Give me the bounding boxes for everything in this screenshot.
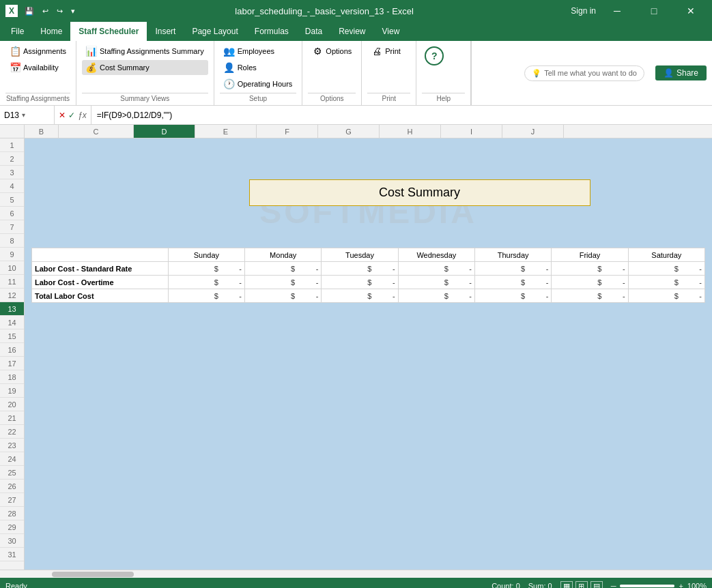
row-6[interactable]: 6 [0, 207, 24, 220]
row-7[interactable]: 7 [0, 220, 24, 234]
col-header-h[interactable]: H [380, 125, 441, 138]
col-header-i[interactable]: I [441, 125, 502, 138]
cell-total-friday[interactable]: $ - [552, 289, 628, 303]
col-header-g[interactable]: G [318, 125, 380, 138]
cell-overtime-tuesday[interactable]: $ - [322, 276, 398, 289]
cell-total-saturday[interactable]: $ - [628, 289, 704, 303]
scrollbar-thumb[interactable] [52, 572, 134, 577]
row-30[interactable]: 30 [0, 534, 24, 548]
col-header-c[interactable]: C [59, 125, 134, 138]
row-11[interactable]: 11 [0, 275, 24, 289]
row-26[interactable]: 26 [0, 480, 24, 493]
row-21[interactable]: 21 [0, 411, 24, 425]
cell-standard-saturday[interactable]: $ - [628, 262, 704, 276]
cell-standard-tuesday[interactable]: $ - [322, 262, 398, 276]
row-22[interactable]: 22 [0, 425, 24, 439]
cell-standard-friday[interactable]: $ - [552, 262, 628, 276]
tab-page-layout[interactable]: Page Layout [184, 22, 246, 41]
cell-overtime-sunday[interactable]: $ - [168, 276, 244, 289]
row-10[interactable]: 10 [0, 261, 24, 275]
row-18[interactable]: 18 [0, 370, 24, 384]
cell-total-monday[interactable]: $ - [245, 289, 322, 303]
row-13[interactable]: 13 [0, 302, 24, 316]
col-header-j[interactable]: J [502, 125, 564, 138]
help-button[interactable]: ? [425, 46, 444, 65]
tab-staff-scheduler[interactable]: Staff Scheduler [70, 22, 147, 41]
zoom-level[interactable]: 100% [687, 582, 707, 588]
availability-button[interactable]: 📅 Availability [5, 60, 70, 75]
row-12[interactable]: 12 [0, 289, 24, 302]
cell-total-wednesday[interactable]: $ - [398, 289, 474, 303]
tell-me-button[interactable]: 💡 Tell me what you want to do [524, 65, 644, 81]
tab-insert[interactable]: Insert [147, 22, 184, 41]
cell-standard-wednesday[interactable]: $ - [398, 262, 474, 276]
undo-button[interactable]: ↩ [40, 5, 51, 17]
cell-total-thursday[interactable]: $ - [475, 289, 552, 303]
cost-summary-button[interactable]: 💰 Cost Summary [82, 60, 208, 75]
cancel-formula-icon[interactable]: ✕ [59, 111, 66, 120]
row-3[interactable]: 3 [0, 166, 24, 179]
zoom-in-button[interactable]: + [679, 582, 683, 588]
cell-standard-thursday[interactable]: $ - [475, 262, 552, 276]
normal-view-icon[interactable]: ▦ [560, 581, 573, 588]
formula-input[interactable]: =IF(D9>0,D12/D9,"") [91, 111, 712, 120]
insert-function-icon[interactable]: ƒx [78, 111, 87, 120]
row-23[interactable]: 23 [0, 439, 24, 452]
assignments-button[interactable]: 📋 Assignments [5, 44, 70, 59]
horizontal-scrollbar[interactable] [0, 570, 712, 578]
staffing-assignments-summary-button[interactable]: 📊 Staffing Assignments Summary [82, 44, 208, 59]
employees-button[interactable]: 👥 Employees [220, 44, 297, 59]
row-29[interactable]: 29 [0, 520, 24, 534]
cell-standard-sunday[interactable]: $ - [168, 262, 244, 276]
tab-view[interactable]: View [374, 22, 408, 41]
sign-in-button[interactable]: Sign in [571, 6, 596, 16]
cell-overtime-friday[interactable]: $ - [552, 276, 628, 289]
roles-button[interactable]: 👤 Roles [220, 60, 297, 75]
minimize-button[interactable]: ─ [601, 0, 633, 22]
row-28[interactable]: 28 [0, 507, 24, 520]
cell-overtime-wednesday[interactable]: $ - [398, 276, 474, 289]
cell-ref-dropdown-icon[interactable]: ▾ [22, 111, 25, 119]
col-header-e[interactable]: E [195, 125, 257, 138]
row-8[interactable]: 8 [0, 234, 24, 248]
customize-button[interactable]: ▾ [68, 5, 78, 17]
cell-overtime-saturday[interactable]: $ - [628, 276, 704, 289]
cell-total-tuesday[interactable]: $ - [322, 289, 398, 303]
row-25[interactable]: 25 [0, 466, 24, 480]
cell-total-sunday[interactable]: $ - [168, 289, 244, 303]
row-4[interactable]: 4 [0, 179, 24, 193]
row-16[interactable]: 16 [0, 343, 24, 357]
cell-reference-box[interactable]: D13 ▾ [0, 106, 55, 124]
cell-overtime-thursday[interactable]: $ - [475, 276, 552, 289]
col-header-d[interactable]: D [134, 125, 195, 138]
print-button[interactable]: 🖨 Print [367, 44, 405, 59]
tab-formulas[interactable]: Formulas [246, 22, 297, 41]
sheet-content[interactable]: SOFTMEDIA Cost Summary [25, 138, 712, 570]
confirm-formula-icon[interactable]: ✓ [68, 111, 75, 120]
tab-file[interactable]: File [3, 22, 32, 41]
tab-data[interactable]: Data [297, 22, 330, 41]
col-header-b[interactable]: B [25, 125, 59, 138]
redo-button[interactable]: ↪ [54, 5, 66, 17]
col-header-f[interactable]: F [257, 125, 318, 138]
maximize-button[interactable]: □ [638, 0, 670, 22]
row-27[interactable]: 27 [0, 493, 24, 507]
page-layout-view-icon[interactable]: ⊞ [575, 581, 588, 588]
zoom-slider[interactable] [620, 585, 674, 587]
row-14[interactable]: 14 [0, 316, 24, 329]
save-button[interactable]: 💾 [22, 5, 37, 17]
row-20[interactable]: 20 [0, 398, 24, 411]
row-15[interactable]: 15 [0, 329, 24, 343]
cell-overtime-monday[interactable]: $ - [245, 276, 322, 289]
row-5[interactable]: 5 [0, 193, 24, 207]
row-24[interactable]: 24 [0, 452, 24, 466]
tab-home[interactable]: Home [32, 22, 70, 41]
close-button[interactable]: ✕ [675, 0, 707, 22]
operating-hours-button[interactable]: 🕐 Operating Hours [220, 76, 297, 91]
page-break-view-icon[interactable]: ▤ [590, 581, 603, 588]
row-2[interactable]: 2 [0, 152, 24, 166]
cell-standard-monday[interactable]: $ - [245, 262, 322, 276]
row-17[interactable]: 17 [0, 357, 24, 370]
zoom-out-button[interactable]: ─ [611, 582, 616, 588]
row-19[interactable]: 19 [0, 384, 24, 398]
